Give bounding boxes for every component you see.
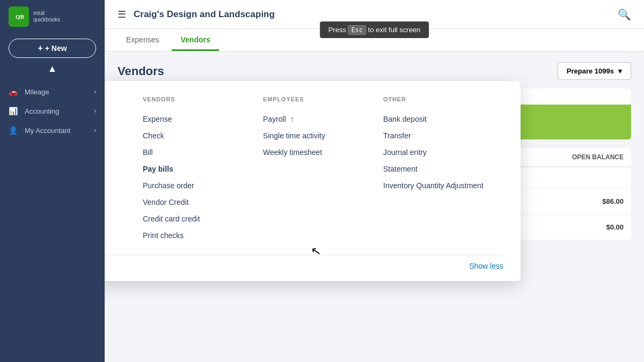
accountant-icon: 👤 (9, 126, 19, 135)
svg-text:QB: QB (16, 13, 25, 20)
new-menu-dropdown: CUSTOMERS Invoice Receive payments Estim… (105, 81, 521, 281)
hamburger-menu-icon[interactable]: ☰ (118, 9, 126, 20)
menu-check[interactable]: Check (143, 128, 250, 144)
sidebar-nav: 🚗 Mileage › 📊 Accounting › 👤 My Accounta… (0, 78, 105, 362)
menu-single-time-activity[interactable]: Single time activity (263, 128, 370, 144)
dropdown-overlay: CUSTOMERS Invoice Receive payments Estim… (105, 51, 644, 362)
mileage-icon: 🚗 (9, 87, 19, 96)
app-name-text: intuit quickbooks (33, 10, 60, 23)
tab-expenses[interactable]: Expenses (118, 29, 167, 51)
dropdown-grid: CUSTOMERS Invoice Receive payments Estim… (105, 96, 503, 244)
menu-pay-bills[interactable]: Pay bills (143, 161, 250, 178)
esc-key-label: Esc (348, 25, 366, 35)
dropdown-divider (105, 255, 503, 255)
payroll-arrow-icon: ↑ (290, 114, 294, 125)
menu-estimate[interactable]: Estimate (105, 144, 130, 161)
sidebar-arrow-icon: ▲ (0, 63, 105, 75)
sidebar-logo: QB intuit quickbooks (0, 0, 105, 33)
menu-journal-entry[interactable]: Journal entry (383, 144, 491, 161)
sidebar-item-my-accountant[interactable]: 👤 My Accountant › (0, 121, 105, 140)
menu-invoice[interactable]: Invoice (105, 111, 130, 128)
vendors-col: VENDORS Expense Check Bill Pay bills Pur… (143, 96, 263, 244)
menu-bill[interactable]: Bill (143, 144, 250, 161)
menu-inventory-quantity-adjustment[interactable]: Inventory Quantity Adjustment (383, 178, 491, 194)
accounting-chevron-icon: › (94, 107, 96, 115)
employees-col: EMPLOYEES Payroll ↑ Single time activity… (263, 96, 383, 244)
menu-delayed-credit[interactable]: Delayed credit (105, 211, 130, 227)
company-name: Craig's Design and Landscaping (134, 9, 618, 20)
search-icon: 🔍 (618, 9, 631, 20)
customers-col: CUSTOMERS Invoice Receive payments Estim… (105, 96, 143, 244)
sidebar-item-mileage[interactable]: 🚗 Mileage › (0, 82, 105, 101)
menu-receive-payments[interactable]: Receive payments (105, 128, 130, 144)
page-content: Vendors Prepare 1099s ▾ Paid $289 3 PAID… (105, 51, 644, 362)
menu-vendor-credit[interactable]: Vendor Credit (143, 194, 250, 211)
new-button[interactable]: + New (9, 39, 96, 58)
accountant-chevron-icon: › (94, 127, 96, 134)
main-content: ☰ Craig's Design and Landscaping 🔍 Press… (105, 0, 644, 362)
mileage-chevron-icon: › (94, 88, 96, 95)
accounting-icon: 📊 (9, 107, 19, 115)
other-header: OTHER (383, 96, 491, 102)
menu-credit-memo[interactable]: Credit Memo (105, 161, 130, 178)
employees-header: EMPLOYEES (263, 96, 370, 102)
menu-statement[interactable]: Statement (383, 161, 491, 178)
menu-payroll[interactable]: Payroll ↑ (263, 111, 370, 128)
sidebar: QB intuit quickbooks + New ▲ 🚗 Mileage ›… (0, 0, 105, 362)
menu-print-checks[interactable]: Print checks (143, 227, 250, 244)
sidebar-item-accounting[interactable]: 📊 Accounting › (0, 101, 105, 121)
tab-vendors[interactable]: Vendors (172, 29, 218, 51)
menu-expense[interactable]: Expense (143, 111, 250, 128)
quickbooks-logo-icon: QB (9, 6, 29, 27)
menu-delayed-charge[interactable]: Delayed charge (105, 227, 130, 244)
customers-header: CUSTOMERS (105, 96, 130, 102)
menu-transfer[interactable]: Transfer (383, 128, 491, 144)
menu-weekly-timesheet[interactable]: Weekly timesheet (263, 144, 370, 161)
search-button[interactable]: 🔍 (618, 8, 631, 21)
menu-credit-card-credit[interactable]: Credit card credit (143, 211, 250, 227)
other-col: OTHER Bank deposit Transfer Journal entr… (383, 96, 503, 244)
menu-refund-receipt[interactable]: Refund receipt (105, 194, 130, 211)
show-less-button[interactable]: Show less (469, 262, 503, 270)
vendors-header: VENDORS (143, 96, 250, 102)
menu-bank-deposit[interactable]: Bank deposit (383, 111, 491, 128)
fullscreen-tooltip: Press Esc to exit full screen (320, 21, 429, 38)
menu-purchase-order[interactable]: Purchase order (143, 178, 250, 194)
menu-sales-receipt[interactable]: Sales receipt (105, 178, 130, 194)
